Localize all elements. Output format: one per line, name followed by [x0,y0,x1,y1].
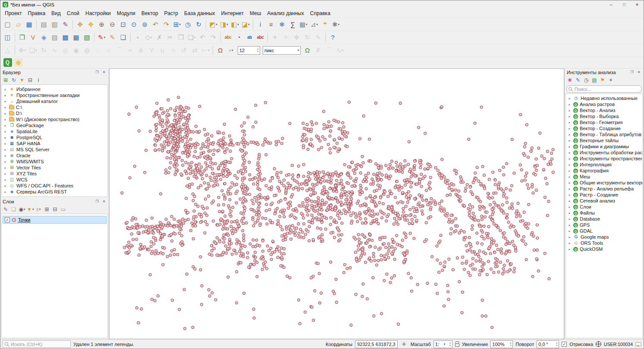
expand-arrow-icon[interactable]: ▸ [568,193,572,197]
browser-item[interactable]: ▸W:\ (Дисковое пространство) [2,116,107,122]
expand-arrow-icon[interactable]: ▸ [3,184,7,188]
menu-вектор[interactable]: Вектор [138,9,161,17]
toolbox-item[interactable]: ▸QМеш [566,174,642,180]
layer-name[interactable]: Точки [18,217,30,222]
menu-растр[interactable]: Растр [161,9,181,17]
new-temporary-layer-button[interactable]: ▨ [49,32,60,43]
expand-arrow-icon[interactable]: ▸ [568,223,572,227]
browser-item[interactable]: ▸◇WFS / OGC API - Features [2,183,107,189]
new-project-button[interactable]: ▢ [2,19,13,30]
zoom-full-button[interactable]: ⊡ [118,19,129,30]
browser-close-button[interactable]: ✕ [101,70,107,74]
toolbox-item[interactable]: ▸QВектор - Геометрия [566,119,642,125]
layer-item-points[interactable]: ✓ Точки [3,216,107,224]
expand-arrow-icon[interactable]: ▸ [3,136,7,140]
identify-features-button[interactable]: i [255,19,266,30]
expand-arrow-icon[interactable]: ▸ [568,187,572,191]
menu-анализ-данных[interactable]: Анализ данных [264,9,307,17]
toolbox-item[interactable]: ▸QИнтерполяция [566,162,642,168]
select-by-location-button[interactable]: ◪▾ [240,19,251,30]
add-selected-layers-button[interactable]: ⊞ [2,76,9,84]
measure-button[interactable]: ⊿▾ [309,19,320,30]
new-shapefile-button[interactable]: V [28,32,38,43]
expand-all-button[interactable]: ⊞ [43,206,50,213]
toolbox-item[interactable]: ▸QСлои [566,204,642,210]
new-mesh-button[interactable]: ▩ [60,32,71,43]
history-button[interactable]: ◷ [582,76,590,84]
toolbox-item[interactable]: ▸QQuickOSM [566,246,642,252]
expand-arrow-icon[interactable]: ▸ [568,175,572,179]
toolbox-item[interactable]: ▸QИнструменты пространственны... [566,156,642,162]
add-group-button[interactable]: ❏ [10,206,18,213]
expand-arrow-icon[interactable]: ▸ [568,181,572,185]
toolbox-item[interactable]: ▸QВекторные тайлы [566,137,642,143]
field-calculator-button[interactable]: ≡ [266,19,276,30]
zoom-next-button[interactable]: ↷ [161,19,172,30]
help-button[interactable]: ? [327,32,338,43]
toolbox-item[interactable]: ▸GGoogle maps [566,234,642,240]
expand-arrow-icon[interactable]: ▸ [568,235,572,239]
expand-arrow-icon[interactable]: ▸ [568,205,572,209]
collapse-all-button[interactable]: ⊟ [26,76,34,84]
crs-indicator[interactable]: USER:100034 [604,342,633,347]
manage-themes-button[interactable]: ◉▾ [18,206,26,213]
new-print-layout-button[interactable]: ▤ [38,19,49,30]
menu-интернет[interactable]: Интернет [218,9,247,17]
render-checkbox[interactable]: ✓ [562,342,567,347]
tracing-toggle-button[interactable]: Ω [302,45,313,56]
rotation-spinbox[interactable]: 0,0 ° ▴▾ [537,340,559,348]
magnifier-spinbox[interactable]: 100% ▴▾ [490,340,513,348]
data-source-manager-button[interactable]: ◫ [2,32,13,43]
menu-проект[interactable]: Проект [2,9,25,17]
toolbox-item[interactable]: ▸QВектор - Таблица атрибутов [566,131,642,137]
select-by-value-button[interactable]: ◨▾ [219,19,229,30]
processing-toolbox-button[interactable]: ❄ [276,19,287,30]
collapse-layers-button[interactable]: ⊟ [51,206,59,213]
expand-arrow-icon[interactable]: ▸ [3,87,7,91]
toolbox-item[interactable]: ▸QФайлы [566,210,642,216]
map-canvas[interactable] [109,69,564,339]
toolbox-float-button[interactable]: ❐ [629,70,635,74]
menu-вид[interactable]: Вид [48,9,64,17]
expand-arrow-icon[interactable]: ▸ [568,121,572,125]
style-manager-button[interactable]: ✎ [60,19,71,30]
browser-item[interactable]: ▸◉Oracle [2,153,107,159]
browser-item[interactable]: ▸C:\ [2,104,107,110]
toolbox-item[interactable]: ▸QВектор - Создание [566,125,642,131]
menu-модули[interactable]: Модули [114,9,138,17]
toolbox-item[interactable]: ▸QГрафики и диаграммы [566,143,642,150]
pan-to-selection-button[interactable]: ✥ [85,19,96,30]
toolbox-item[interactable]: ▸QВектор - Выборка [566,113,642,119]
menu-правка[interactable]: Правка [25,9,49,17]
toolbox-item[interactable]: ▸◷Недавно использованные [566,95,642,101]
zoom-in-button[interactable]: ⊕ [96,19,107,30]
expand-arrow-icon[interactable]: ▸ [3,148,7,152]
label-highlight-button[interactable]: ab [244,32,255,43]
snapping-units-combo[interactable]: пикс ▾ [263,46,301,55]
expand-arrow-icon[interactable]: ▸ [568,145,572,149]
browser-item[interactable]: ▸▦SAP HANA [2,140,107,146]
browser-item[interactable]: ▸▤MS SQL Server [2,146,107,153]
browser-item[interactable]: ▸D:\ [2,110,107,116]
new-map-view-button[interactable]: ⊞▾ [172,19,182,30]
in-place-edit-button[interactable]: ✎ [574,76,582,84]
browser-properties-button[interactable]: i [35,76,42,84]
browser-float-button[interactable]: ❐ [94,70,100,74]
expand-arrow-icon[interactable]: ▸ [568,109,572,112]
expand-arrow-icon[interactable]: ▸ [568,247,572,251]
quickmapservices-plugin-button[interactable]: ◎ [13,57,24,68]
snapping-tolerance-spinbox[interactable]: 12 ▴▾ [238,46,260,55]
toolbox-item[interactable]: ▸QОбщие инструменты векторны... [566,180,642,186]
deselect-all-button[interactable]: ◧▾ [229,19,240,30]
snapping-mode-button[interactable]: ◦▾ [226,45,236,56]
browser-item[interactable]: ▸⊕WMS/WMTS [2,159,107,165]
browser-item[interactable]: ▸⊞XYZ Tiles [2,171,107,177]
expand-arrow-icon[interactable]: ▸ [568,169,572,173]
expand-arrow-icon[interactable]: ▸ [3,100,7,103]
toolbox-close-button[interactable]: ✕ [636,70,641,74]
current-edits-button[interactable]: ✎▾ [96,32,107,43]
layer-diagram-button[interactable]: ◔ [233,32,244,43]
toolbox-item[interactable]: ▸QАнализ растров [566,101,642,107]
browser-item[interactable]: ▸★Пространственные закладки [2,92,107,98]
filter-legend-button[interactable]: ▼▾ [26,206,34,213]
